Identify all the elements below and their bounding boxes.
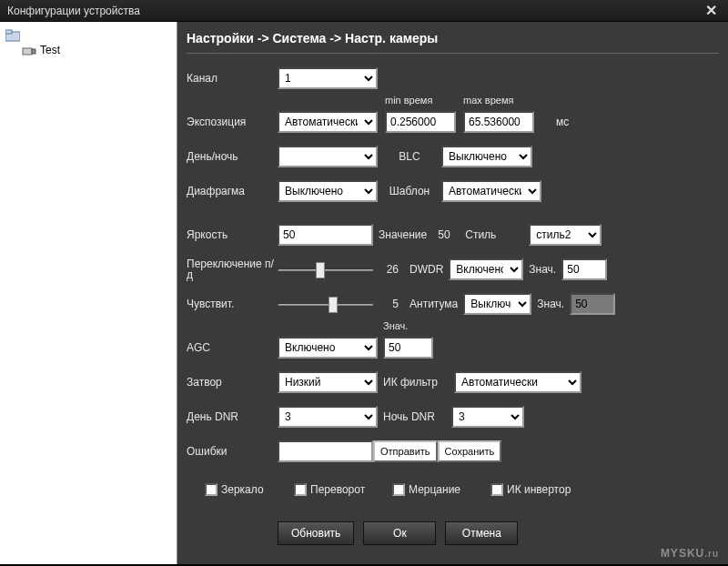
- agc-select[interactable]: Включено: [278, 337, 378, 359]
- window-title: Конфигурации устройства: [7, 5, 140, 17]
- max-time-header: max время: [463, 95, 513, 106]
- nightdnr-label: Ночь DNR: [378, 410, 440, 423]
- folder-icon: [5, 29, 20, 40]
- flicker-checkbox[interactable]: [392, 483, 405, 496]
- watermark-sub: .ru: [704, 549, 719, 559]
- irinvert-label: ИК инвертор: [507, 483, 576, 496]
- device-icon: [22, 45, 36, 56]
- dwdr-label: DWDR: [404, 263, 449, 276]
- exposure-label: Экспозиция: [187, 116, 278, 128]
- irfilter-label: ИК фильтр: [378, 376, 443, 389]
- device-tree: Test: [0, 22, 177, 564]
- row-exposure: Экспозиция Автоматически min время max в…: [187, 108, 719, 136]
- daynight-label: День/ночь: [187, 150, 278, 163]
- row-sens: Чувствит. 5 Антитума Выключе Знач.: [187, 290, 719, 318]
- flip-label: Переворот: [310, 483, 392, 496]
- refresh-button[interactable]: Обновить: [278, 521, 354, 545]
- window-body: Test Настройки -> Система -> Настр. каме…: [0, 22, 728, 564]
- row-daynight: День/ночь BLC Выключено: [187, 143, 719, 170]
- tree-root[interactable]: [4, 27, 173, 42]
- style-label: Стиль: [460, 228, 501, 241]
- antifog-value-input: [570, 293, 615, 315]
- brightness-label: Яркость: [187, 228, 278, 241]
- flicker-label: Мерцание: [409, 483, 490, 496]
- aperture-select[interactable]: Выключено: [278, 180, 378, 202]
- sens-slider[interactable]: [278, 295, 373, 313]
- tree-item-label: Test: [40, 44, 60, 56]
- daydnr-label: День DNR: [187, 410, 278, 423]
- errors-input[interactable]: [278, 440, 373, 462]
- sens-label: Чувствит.: [187, 298, 278, 310]
- pattern-label: Шаблон: [378, 185, 441, 197]
- row-shutter: Затвор Низкий ИК фильтр Автоматически: [187, 369, 719, 396]
- exposure-unit: мс: [551, 116, 574, 128]
- pattern-select[interactable]: Автоматически: [441, 180, 541, 202]
- row-switch: Переключение п/д 26 DWDR Включено Знач.: [187, 256, 719, 283]
- blc-label: BLC: [378, 150, 441, 163]
- row-errors: Ошибки Отправить Сохранить: [187, 438, 719, 465]
- agc-value-input[interactable]: [383, 337, 433, 359]
- agc-label: AGC: [187, 341, 278, 354]
- exposure-select[interactable]: Автоматически: [278, 111, 378, 133]
- row-channel: Канал 1: [187, 65, 719, 92]
- antifog-label: Антитума: [404, 298, 463, 310]
- antifog-select[interactable]: Выключе: [463, 293, 531, 315]
- irinvert-checkbox[interactable]: [490, 483, 503, 496]
- svg-rect-1: [5, 30, 12, 34]
- cancel-button[interactable]: Отмена: [445, 521, 518, 545]
- button-row: Обновить Ок Отмена: [187, 521, 719, 545]
- irfilter-select[interactable]: Автоматически: [454, 371, 581, 393]
- brightness-input[interactable]: [278, 224, 373, 246]
- row-aperture: Диафрагма Выключено Шаблон Автоматически: [187, 177, 719, 205]
- dwdr-value-input[interactable]: [561, 258, 607, 280]
- channel-select[interactable]: 1: [278, 67, 378, 89]
- save-button[interactable]: Сохранить: [438, 440, 502, 462]
- breadcrumb: Настройки -> Система -> Настр. камеры: [187, 27, 719, 54]
- watermark-main: MYSKU: [661, 547, 704, 560]
- blc-select[interactable]: Выключено: [441, 146, 532, 167]
- row-brightness: Яркость Значение 50 Стиль стиль2: [187, 221, 719, 248]
- exposure-min-input[interactable]: [385, 111, 456, 133]
- daydnr-select[interactable]: 3: [278, 406, 378, 428]
- dwdr-vallabel: Знач.: [523, 263, 561, 276]
- daynight-select[interactable]: [278, 146, 378, 167]
- settings-panel: Настройки -> Система -> Настр. камеры Ка…: [177, 22, 728, 564]
- nightdnr-select[interactable]: 3: [451, 406, 524, 428]
- dwdr-select[interactable]: Включено: [449, 258, 523, 280]
- send-button[interactable]: Отправить: [373, 440, 438, 462]
- mirror-checkbox[interactable]: [205, 483, 217, 496]
- row-agc: AGC Включено Знач.: [187, 334, 719, 361]
- form-grid: Канал 1 Экспозиция Автоматически min вре…: [187, 65, 719, 545]
- flip-checkbox[interactable]: [294, 483, 307, 496]
- row-dnr: День DNR 3 Ночь DNR 3: [187, 403, 719, 430]
- style-select[interactable]: стиль2: [529, 224, 602, 246]
- antifog-vallabel: Знач.: [531, 298, 570, 310]
- switch-label: Переключение п/д: [187, 258, 278, 280]
- shutter-label: Затвор: [187, 376, 278, 389]
- watermark: MYSKU.ru: [661, 539, 719, 562]
- exposure-max-input[interactable]: [463, 111, 534, 133]
- aperture-label: Диафрагма: [187, 185, 278, 197]
- ok-button[interactable]: Ок: [363, 521, 436, 545]
- close-icon[interactable]: ✕: [702, 2, 721, 19]
- brightness-valnum: 50: [432, 228, 460, 241]
- switch-value: 26: [373, 263, 404, 276]
- sens-value: 5: [373, 298, 404, 310]
- min-time-header: min время: [385, 95, 432, 106]
- channel-label: Канал: [187, 72, 278, 85]
- svg-rect-2: [23, 48, 32, 55]
- row-checkboxes: Зеркало Переворот Мерцание ИК инвертор: [187, 476, 719, 503]
- shutter-select[interactable]: Низкий: [278, 371, 378, 393]
- errors-label: Ошибки: [187, 445, 278, 458]
- tree-item-test[interactable]: Test: [4, 42, 173, 58]
- mirror-label: Зеркало: [221, 483, 294, 496]
- brightness-valhdr: Значение: [373, 228, 432, 241]
- svg-rect-3: [32, 49, 35, 54]
- agc-valhdr: Знач.: [383, 320, 408, 331]
- device-config-window: Конфигурации устройства ✕ Test Настройки…: [0, 0, 728, 566]
- switch-slider[interactable]: [278, 260, 373, 278]
- titlebar: Конфигурации устройства ✕: [0, 0, 728, 22]
